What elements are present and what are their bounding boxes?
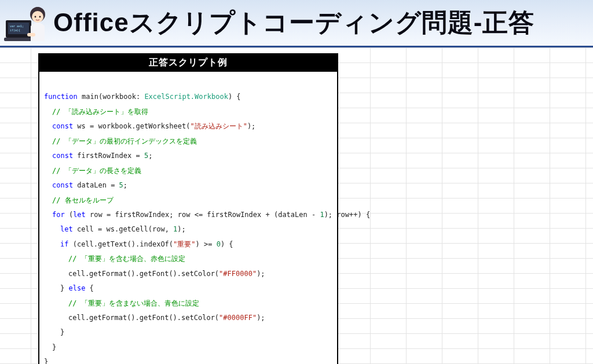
svg-rect-9: [27, 33, 35, 36]
avatar-coder-icon: var a=1; if(a){: [4, 3, 49, 46]
string-lit: "重要": [173, 240, 195, 248]
comment: // 各セルをループ: [52, 196, 114, 204]
code-text: ) {: [221, 240, 233, 248]
kw-else: else: [68, 284, 85, 292]
number-lit: 5: [119, 181, 123, 189]
code-text: }: [60, 328, 64, 336]
comment: // 「読み込みシート」を取得: [52, 108, 148, 116]
code-text: }: [60, 284, 68, 292]
svg-text:if(a){: if(a){: [10, 28, 20, 32]
title-banner: var a=1; if(a){ Officeスクリプトコーディング問題-正答: [0, 0, 593, 47]
code-text: cell.getFormat().getFont().setColor(: [68, 314, 219, 322]
code-text: }: [52, 343, 56, 351]
code-text: ) >=: [196, 240, 217, 248]
comment: // 「データ」の最初の行インデックスを定義: [52, 137, 197, 145]
avatar-wrap: var a=1; if(a){: [0, 0, 53, 47]
code-text: (cell.getText().indexOf(: [68, 240, 173, 248]
code-text: {: [85, 284, 93, 292]
comment: // 「重要」を含む場合、赤色に設定: [68, 255, 185, 263]
code-text: cell = ws.getCell(row,: [73, 225, 173, 233]
code-text: (: [65, 211, 73, 219]
svg-rect-4: [4, 38, 34, 41]
code-text: );: [247, 122, 255, 130]
number-lit: 1: [320, 211, 324, 219]
card-title: 正答スクリプト例: [39, 54, 337, 72]
code-text: ;: [148, 152, 152, 160]
code-text: ws = workbook.getWorksheet(: [73, 122, 190, 130]
code-text: );: [257, 270, 265, 278]
kw-const: const: [52, 152, 73, 160]
kw-for: for: [52, 211, 65, 219]
kw-if: if: [60, 240, 68, 248]
code-text: ;: [123, 181, 127, 189]
code-text: ); row++) {: [324, 211, 370, 219]
code-text: ) {: [228, 93, 241, 101]
svg-point-8: [39, 16, 41, 17]
string-lit: "#0000FF": [219, 314, 257, 322]
string-lit: "読み込みシート": [190, 122, 247, 130]
answer-script-card: 正答スクリプト例 function main(workbook: ExcelSc…: [38, 53, 338, 364]
comment: // 「重要」を含まない場合、青色に設定: [68, 299, 199, 307]
svg-text:var a=1;: var a=1;: [10, 24, 24, 28]
code-text: dataLen =: [73, 181, 119, 189]
svg-point-7: [35, 16, 36, 17]
kw-const: const: [52, 122, 73, 130]
code-text: cell.getFormat().getFont().setColor(: [68, 270, 219, 278]
code-block: function main(workbook: ExcelScript.Work…: [39, 72, 337, 364]
code-text: firstRowIndex =: [73, 152, 144, 160]
kw-const: const: [52, 181, 73, 189]
comment: // 「データ」の長さを定義: [52, 167, 141, 175]
kw-let: let: [60, 225, 73, 233]
code-text: }: [44, 358, 48, 364]
kw-let: let: [73, 211, 86, 219]
code-text: row = firstRowIndex; row <= firstRowInde…: [86, 211, 320, 219]
string-lit: "#FF0000": [219, 270, 257, 278]
code-text: );: [257, 314, 265, 322]
page-title: Officeスクリプトコーディング問題-正答: [53, 6, 535, 40]
svg-point-6: [32, 11, 43, 23]
number-lit: 0: [217, 240, 221, 248]
code-text: );: [177, 225, 185, 233]
code-text: main(workbook:: [78, 93, 145, 101]
kw-function: function: [44, 93, 78, 101]
type-name: ExcelScript.Workbook: [144, 93, 228, 101]
